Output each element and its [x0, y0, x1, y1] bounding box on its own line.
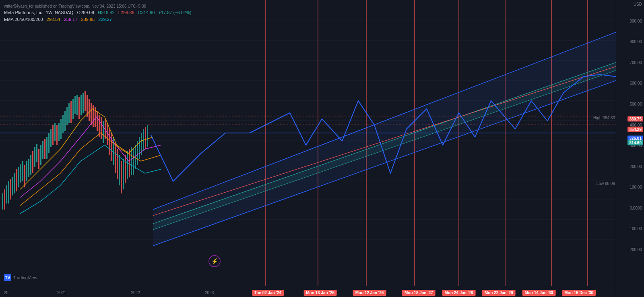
price-200: 200.00 — [630, 164, 642, 168]
svg-rect-101 — [145, 127, 146, 149]
svg-text:TV: TV — [5, 276, 10, 280]
svg-rect-47 — [36, 144, 37, 162]
svg-rect-53 — [48, 133, 50, 153]
svg-rect-61 — [64, 111, 66, 131]
svg-rect-57 — [56, 125, 58, 145]
svg-line-21 — [153, 32, 616, 210]
high-marker: High 384.33 — [593, 116, 615, 120]
svg-text:⚡: ⚡ — [211, 258, 219, 265]
close-label: C314.60 — [138, 10, 155, 15]
header: writer54yash_tcr published on TradingVie… — [4, 3, 191, 23]
svg-line-26 — [153, 66, 616, 216]
svg-rect-62 — [66, 107, 68, 125]
low-marker: Low 88.09 — [597, 181, 615, 186]
svg-rect-76 — [95, 107, 96, 127]
open-value: 299.09 — [80, 10, 94, 15]
price-neg100: -100.00 — [628, 226, 642, 231]
tradingview-logo: TV TradingView — [4, 274, 40, 283]
svg-rect-59 — [60, 119, 62, 139]
svg-rect-66 — [74, 96, 76, 114]
ema-100-value: 239.85 — [81, 17, 95, 22]
svg-rect-86 — [115, 143, 116, 173]
svg-rect-51 — [44, 139, 45, 159]
time-label-2022: 2022 — [131, 291, 140, 295]
svg-rect-70 — [83, 93, 84, 113]
time-badge-jan27: Mon 18 Jan '27 — [402, 290, 436, 296]
svg-rect-31 — [4, 189, 5, 210]
svg-rect-34 — [10, 179, 11, 199]
svg-line-24 — [153, 62, 616, 224]
ema-line: EMA 20/50/100/200 292.54 256.17 239.85 2… — [4, 16, 191, 23]
price-600: 600.00 — [630, 81, 642, 85]
svg-rect-84 — [111, 133, 112, 161]
svg-rect-96 — [135, 145, 136, 169]
svg-rect-39 — [20, 164, 21, 183]
price-neg200: -200.00 — [628, 247, 642, 252]
svg-rect-52 — [46, 137, 47, 159]
svg-rect-69 — [80, 95, 82, 115]
chart-area[interactable]: ⚡ — [0, 0, 616, 286]
svg-rect-87 — [117, 149, 118, 179]
price-500: 500.00 — [630, 102, 642, 106]
svg-rect-63 — [68, 103, 70, 123]
symbol-line: Meta Platforms, Inc., 1W, NASDAQ O299.09… — [4, 9, 191, 16]
svg-rect-48 — [38, 149, 39, 169]
chart-container: writer54yash_tcr published on TradingVie… — [0, 0, 644, 297]
svg-rect-80 — [103, 121, 104, 143]
ema-200-value: 229.27 — [98, 17, 112, 22]
time-badge-jan24: Tue 02 Jan '24 — [252, 290, 284, 296]
svg-rect-83 — [109, 129, 110, 155]
price-700: 700.00 — [630, 60, 642, 64]
svg-rect-73 — [89, 99, 90, 121]
svg-rect-60 — [62, 115, 64, 133]
ema-20-value: 292.54 — [47, 17, 60, 22]
svg-rect-67 — [76, 95, 78, 115]
time-label-20: 20 — [4, 291, 8, 295]
svg-rect-32 — [6, 185, 7, 204]
time-axis: 20 2021 2022 2023 Tue 02 Jan '24 Mon 13 … — [0, 286, 616, 297]
change-value: +17.87 (+6.02%) — [158, 10, 191, 15]
svg-rect-68 — [78, 97, 80, 119]
svg-rect-45 — [32, 151, 33, 173]
svg-rect-37 — [16, 169, 17, 191]
svg-rect-56 — [54, 123, 56, 141]
currency-label: USD — [634, 2, 642, 6]
time-badge-jan25: Mon 13 Jan '25 — [303, 290, 337, 296]
svg-rect-46 — [34, 147, 35, 167]
publisher-line: writer54yash_tcr published on TradingVie… — [4, 3, 191, 9]
svg-rect-74 — [91, 103, 92, 125]
price-800: 800.00 — [630, 39, 642, 44]
svg-rect-36 — [14, 173, 15, 193]
svg-rect-90 — [123, 159, 124, 189]
time-label-2021: 2021 — [57, 291, 66, 295]
ema-50-value: 256.17 — [64, 17, 78, 22]
svg-rect-40 — [22, 161, 23, 181]
low-label: L296.86 — [118, 10, 134, 15]
svg-text:TradingView: TradingView — [13, 275, 37, 280]
badge-35429: 354.29 — [627, 127, 643, 132]
svg-rect-77 — [97, 111, 98, 131]
svg-rect-49 — [40, 145, 41, 165]
svg-rect-95 — [133, 149, 134, 175]
svg-line-25 — [153, 71, 616, 230]
price-0: 0.0000 — [630, 206, 642, 210]
svg-rect-88 — [119, 155, 120, 185]
svg-rect-92 — [127, 151, 128, 179]
time-badge-jan28: Mon 24 Jan '28 — [442, 290, 475, 296]
open-label: O — [77, 10, 81, 15]
symbol-name: Meta Platforms, Inc., 1W, NASDAQ — [4, 10, 73, 15]
svg-rect-55 — [52, 125, 54, 145]
svg-rect-65 — [72, 99, 74, 119]
badge-31460: 314.60 — [627, 140, 643, 145]
svg-rect-35 — [12, 177, 13, 195]
price-900: 900.00 — [630, 19, 642, 23]
svg-rect-33 — [8, 181, 9, 204]
svg-marker-23 — [153, 62, 616, 230]
time-badge-dec30: Mon 16 Dec '30 — [562, 290, 596, 296]
svg-rect-102 — [147, 125, 148, 147]
price-axis: USD 900.00 800.00 700.00 600.00 500.00 4… — [616, 0, 644, 297]
ema-label: EMA 20/50/100/200 — [4, 17, 43, 22]
svg-rect-58 — [58, 123, 60, 141]
svg-rect-89 — [121, 161, 122, 193]
svg-rect-38 — [18, 167, 19, 187]
